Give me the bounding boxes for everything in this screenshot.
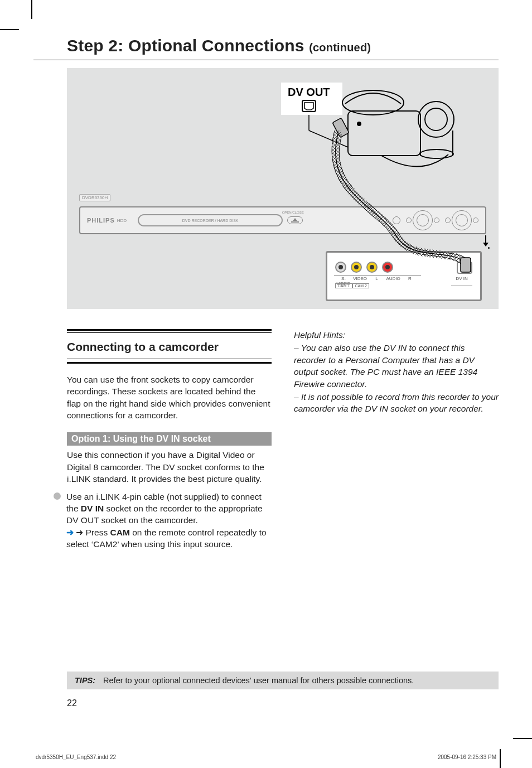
intro-paragraph: You can use the front sockets to copy ca… <box>67 374 272 422</box>
dv-out-label: DV OUT <box>288 86 330 98</box>
device-hdd-label: HDD <box>117 218 127 223</box>
disc-tray-label: DVD RECORDER / HARD DISK <box>182 219 239 223</box>
right-column: Helpful Hints: – You can also use the DV… <box>294 329 499 550</box>
dvd-recorder-front: PHILIPS HDD DVD RECORDER / HARD DISK OPE… <box>79 206 486 234</box>
nav-left-icon <box>445 218 451 223</box>
disc-tray: DVD RECORDER / HARD DISK <box>138 214 283 226</box>
audio-l-jack-icon <box>366 262 378 273</box>
crop-mark <box>513 738 532 739</box>
svideo-jack-icon <box>335 262 346 273</box>
option-body: Use this connection if you have a Digita… <box>67 449 272 485</box>
arrow-icon: ➜ <box>66 528 74 537</box>
crop-mark <box>0 29 19 30</box>
crop-mark <box>500 749 501 768</box>
left-column: Connecting to a camcorder You can use th… <box>67 329 272 550</box>
dv-in-socket-icon <box>457 262 472 274</box>
hint-item: – You can also use the DV IN to connect … <box>294 342 499 390</box>
crop-mark <box>31 0 32 19</box>
option-heading-bar: Option 1: Using the DV IN socket <box>67 432 272 446</box>
bullet-body: Use an i.LINK 4-pin cable (not supplied)… <box>66 491 272 550</box>
control-button-icon <box>393 216 400 224</box>
tips-label: TIPS: <box>75 676 95 685</box>
page-title: Step 2: Optional Connections (continued) <box>33 31 499 60</box>
title-continued: (continued) <box>309 41 371 54</box>
nav-wheel-icon <box>452 210 472 230</box>
open-close-button-icon <box>287 216 303 224</box>
title-main: Step 2: Optional Connections <box>67 36 309 55</box>
footer-filename: dvdr5350H_EU_Eng537.indd 22 <box>36 754 116 760</box>
tips-bar: TIPS: Refer to your optional connected d… <box>67 672 499 689</box>
option-heading: Option 1: Using the DV IN socket <box>67 433 211 445</box>
arrow-bold: CAM <box>110 528 130 537</box>
hint-item: – It is not possible to record from this… <box>294 391 499 415</box>
device-brand: PHILIPS <box>87 217 115 224</box>
flap-arrow-icon <box>485 235 486 243</box>
arrow-text: ➜ Press <box>76 528 110 537</box>
flap-dot-icon <box>488 247 490 249</box>
device-model-label: DVDR5350H <box>79 194 110 201</box>
cam1-label: CAM 1 <box>335 283 352 288</box>
tips-body: Refer to your optional connected devices… <box>103 676 414 685</box>
bullet-bold: DV IN <box>81 504 104 513</box>
svg-point-7 <box>425 108 447 131</box>
cam2-label: CAM 2 <box>352 283 369 288</box>
svg-point-11 <box>357 122 361 125</box>
svg-point-6 <box>418 102 454 137</box>
page-number: 22 <box>67 698 77 708</box>
svg-line-3 <box>309 131 348 147</box>
svg-point-10 <box>420 149 453 158</box>
jog-wheel-icon <box>413 210 433 230</box>
footer-timestamp: 2005-09-16 2:25:33 PM <box>438 754 496 760</box>
nav-right-icon <box>473 218 478 223</box>
svg-rect-4 <box>348 111 420 156</box>
connection-diagram: DV OUT <box>67 68 499 309</box>
bullet-dot-icon <box>54 492 61 500</box>
control-button-icon <box>379 216 387 224</box>
jog-left-icon <box>406 218 412 223</box>
jog-right-icon <box>434 218 439 223</box>
front-panel-closeup: S-VIDEO VIDEO L AUDIO R DV IN CAM 1 CAM … <box>326 251 482 301</box>
video-jack-icon <box>351 262 362 273</box>
section-heading: Connecting to a camcorder <box>67 339 272 355</box>
audio-r-jack-icon <box>382 262 393 273</box>
camcorder-illustration: DV OUT <box>275 80 465 166</box>
open-close-label: OPEN/CLOSE <box>282 211 304 214</box>
hints-label: Helpful Hints: <box>294 329 499 341</box>
